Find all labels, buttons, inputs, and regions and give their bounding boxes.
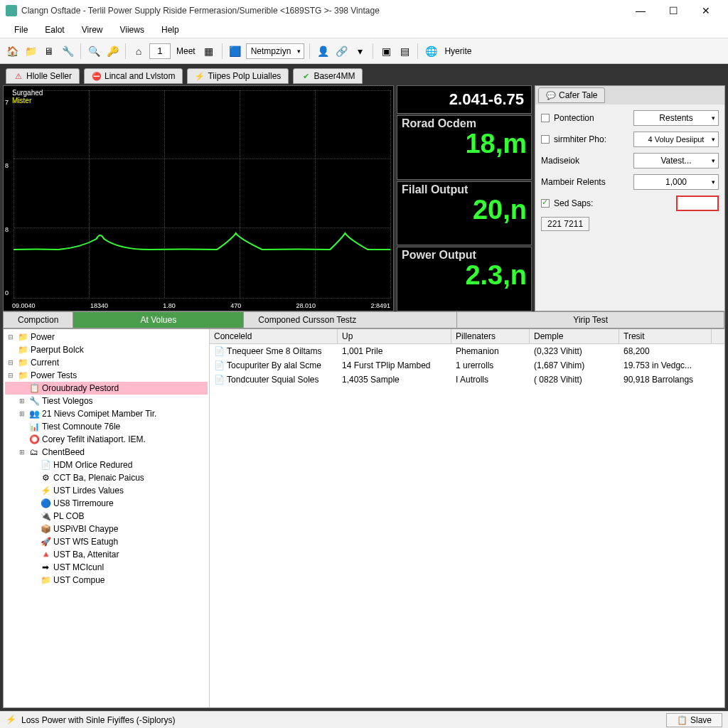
tree-item[interactable]: 📁Paerput Bolck bbox=[5, 343, 208, 356]
tab-componed[interactable]: Componed Cursson Testz bbox=[244, 312, 457, 328]
key-icon[interactable]: 🔑 bbox=[105, 43, 120, 59]
menu-views[interactable]: Viiews bbox=[112, 23, 153, 36]
table-area: Conceleld Up Pillenaters Demple Tresit 📄… bbox=[210, 329, 724, 707]
link-icon[interactable]: 🔗 bbox=[333, 43, 349, 59]
tree-item[interactable]: ⚡UST Lirdes Values bbox=[5, 484, 208, 497]
toolbar: 🏠 📁 🖥 🔧 🔍 🔑 ⌂ Meet ▦ 🟦 Netmpziyn 👤 🔗 ▾ ▣… bbox=[0, 38, 728, 64]
expand-icon[interactable]: ⊞ bbox=[18, 449, 26, 456]
close-button[interactable]: ✕ bbox=[690, 0, 722, 21]
th-demple[interactable]: Demple bbox=[530, 329, 619, 343]
sed-saps-input[interactable] bbox=[676, 196, 719, 211]
node-label: Power bbox=[31, 332, 55, 342]
tree-item[interactable]: 📋Orouubrady Pestord bbox=[5, 382, 208, 395]
monitor-icon[interactable]: 🖥 bbox=[41, 43, 57, 59]
vatest-combo[interactable]: Vatest... bbox=[633, 153, 719, 168]
statusbar: ⚡ Loss Power with Sinle Fiyiffes (-Siplo… bbox=[0, 711, 728, 728]
plot-panel[interactable]: Surgahed Mister 7880 09.0040183401.80470… bbox=[3, 85, 394, 311]
tab-tiipes[interactable]: ⚡Tiipes Polp Luialles bbox=[187, 68, 289, 84]
expand-icon[interactable]: ⊞ bbox=[18, 397, 26, 405]
panel1-icon[interactable]: ▣ bbox=[378, 43, 394, 59]
tree-item[interactable]: ⊟📁Power bbox=[5, 331, 208, 343]
small-value-button[interactable]: 221 7211 bbox=[541, 217, 589, 231]
warning-icon: ⚠ bbox=[14, 71, 23, 81]
tab-compction[interactable]: Compction bbox=[4, 312, 73, 328]
tree-item[interactable]: 📄HDM Orlice Redured bbox=[5, 459, 208, 471]
tree-item[interactable]: 📁UST Compue bbox=[5, 574, 208, 587]
tree-item[interactable]: 🚀UST WfS Eatugh bbox=[5, 535, 208, 548]
tree-item[interactable]: ⊞👥21 Nievs Comipet Mamber Tir. bbox=[5, 407, 208, 420]
nav-home-icon[interactable]: ⌂ bbox=[131, 43, 146, 59]
tree-item[interactable]: 📦USPiVBI Chaype bbox=[5, 523, 208, 535]
mambeir-combo[interactable]: 1,000 bbox=[633, 174, 719, 190]
expand-icon[interactable]: ⊟ bbox=[6, 372, 15, 379]
tree-item[interactable]: ⊟📁Power Tests bbox=[5, 369, 208, 382]
tab-hlolle[interactable]: ⚠Hlolle Seller bbox=[6, 68, 80, 84]
app-small-icon[interactable]: 🟦 bbox=[228, 43, 243, 59]
menu-edit[interactable]: Ealot bbox=[36, 23, 73, 36]
node-label: HDM Orlice Redured bbox=[53, 460, 132, 470]
titlebar: Clangn Osftade - Terlil Power Supply Ris… bbox=[0, 0, 728, 21]
globe-icon[interactable]: 🌐 bbox=[423, 43, 439, 59]
tree-item[interactable]: ➡UST MCIcunl bbox=[5, 561, 208, 574]
table-body[interactable]: 📄 Tnequeer Sme 8 Oiltams1,001 PrilePhema… bbox=[210, 344, 724, 707]
menu-help[interactable]: Help bbox=[153, 23, 188, 36]
tree-view[interactable]: ⊟📁Power📁Paerput Bolck⊟📁Current⊟📁Power Te… bbox=[4, 329, 210, 707]
readout-power: Power Output2.3,n bbox=[397, 247, 532, 311]
waveform-trace bbox=[14, 218, 390, 260]
node-icon: 📁 bbox=[17, 370, 28, 381]
tool-icon[interactable]: 🔧 bbox=[60, 43, 75, 59]
minimize-button[interactable]: — bbox=[624, 0, 657, 21]
node-label: USPiVBI Chaype bbox=[53, 524, 118, 534]
tree-item[interactable]: 🔌PL COB bbox=[5, 510, 208, 523]
tab-at-volues[interactable]: At Volues bbox=[73, 312, 244, 328]
window-title: Clangn Osftade - Terlil Power Supply Ris… bbox=[21, 6, 624, 16]
menu-view[interactable]: Virew bbox=[73, 23, 112, 36]
maximize-button[interactable]: ☐ bbox=[657, 0, 690, 21]
tab-lincal[interactable]: ⛔Lincal and Lvlstom bbox=[84, 68, 183, 84]
node-label: Current bbox=[31, 358, 59, 368]
tree-item[interactable]: ⊞🔧Tiest Volegos bbox=[5, 395, 208, 407]
tab-baser[interactable]: ✔Baser4MM bbox=[293, 68, 363, 84]
chevron-down-icon[interactable]: ▾ bbox=[352, 43, 368, 59]
restents-combo[interactable]: Restents bbox=[633, 110, 719, 126]
tree-item[interactable]: 📊Tiest Comnoute 76le bbox=[5, 420, 208, 433]
slave-button[interactable]: 📋Slave bbox=[666, 713, 722, 727]
open-icon[interactable]: 📁 bbox=[23, 43, 38, 59]
expand-icon[interactable]: ⊟ bbox=[6, 333, 15, 341]
home-icon[interactable]: 🏠 bbox=[4, 43, 20, 59]
panel2-icon[interactable]: ▤ bbox=[397, 43, 412, 59]
tree-item[interactable]: ⊟📁Current bbox=[5, 356, 208, 369]
tree-item[interactable]: 🔵US8 Tirremoure bbox=[5, 497, 208, 510]
table-row[interactable]: 📄 Tocupuriter By alal Scme14 Furst TPlip… bbox=[210, 358, 724, 373]
tree-item[interactable]: 🔺UST Ba, Attenitar bbox=[5, 548, 208, 561]
plot-x-axis: 09.0040183401.8047028.0102:8491 bbox=[12, 302, 390, 309]
sed-saps-checkbox[interactable] bbox=[541, 199, 550, 208]
table-row[interactable]: 📄 Tondcuuter Squial Soles1,4035 SampleI … bbox=[210, 373, 724, 387]
tab-cafer[interactable]: 💬Cafer Tale bbox=[538, 87, 605, 103]
th-tresit[interactable]: Tresit bbox=[619, 329, 712, 343]
user-icon[interactable]: 👤 bbox=[315, 43, 331, 59]
window-controls: — ☐ ✕ bbox=[624, 0, 722, 21]
expand-icon[interactable]: ⊟ bbox=[6, 359, 15, 366]
volux-combo[interactable]: 4 Voluy Desiiput bbox=[633, 132, 719, 147]
table-row[interactable]: 📄 Tnequeer Sme 8 Oiltams1,001 PrilePhema… bbox=[210, 344, 724, 358]
tree-item[interactable]: ⭕Corey Tefilt iNatiaport. IEM. bbox=[5, 433, 208, 446]
check-icon: ✔ bbox=[301, 71, 311, 81]
tree-item[interactable]: ⚙CCT Ba, Plenaic Paicus bbox=[5, 471, 208, 484]
tree-item[interactable]: ⊞🗂ChentBeed bbox=[5, 446, 208, 459]
th-up[interactable]: Up bbox=[338, 329, 451, 343]
node-label: Tiest Comnoute 76le bbox=[42, 422, 120, 432]
tab-yirip[interactable]: Yirip Test bbox=[457, 312, 724, 328]
grid-icon[interactable]: ▦ bbox=[201, 43, 217, 59]
status-text: Loss Power with Sinle Fiyiffes (-Siplory… bbox=[21, 715, 176, 725]
menu-file[interactable]: File bbox=[6, 23, 36, 36]
expand-icon[interactable]: ⊞ bbox=[18, 410, 26, 417]
th-pillenaters[interactable]: Pillenaters bbox=[451, 329, 530, 343]
search-icon[interactable]: 🔍 bbox=[86, 43, 102, 59]
th-conceleld[interactable]: Conceleld bbox=[210, 329, 338, 343]
status-icon: ⚡ bbox=[6, 714, 17, 726]
netmpziyn-combo[interactable]: Netmpziyn bbox=[246, 43, 305, 59]
page-input[interactable] bbox=[149, 43, 171, 59]
pontection-checkbox[interactable] bbox=[541, 114, 550, 122]
sirmhiter-checkbox[interactable] bbox=[541, 135, 550, 144]
